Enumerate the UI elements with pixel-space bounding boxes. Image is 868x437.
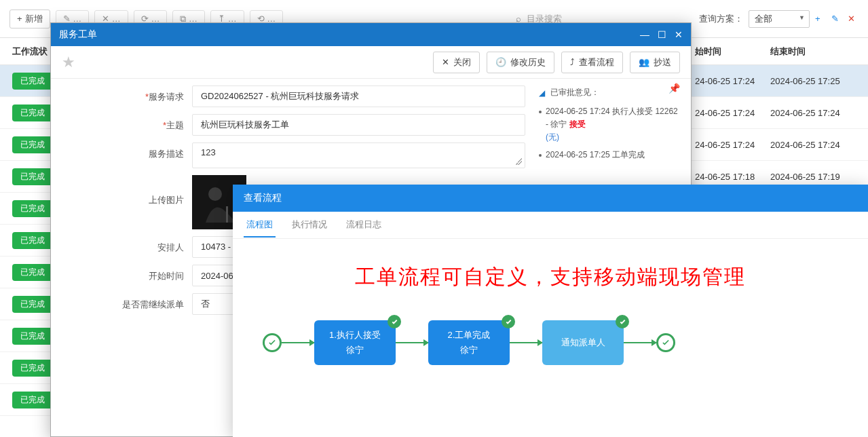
workflow-canvas: 工单流程可自定义，支持移动端现场管理 1.执行人接受 徐宁 2.工单完成 徐宁 … — [233, 239, 868, 437]
query-label: 查询方案： — [699, 13, 743, 25]
flow-node-3[interactable]: 通知派单人 — [542, 320, 624, 365]
svg-rect-2 — [226, 206, 228, 223]
flow-start-node[interactable] — [263, 333, 282, 352]
tab-exec[interactable]: 执行情况 — [289, 213, 330, 238]
cc-button[interactable]: 👥抄送 — [630, 52, 680, 73]
add-label: 新增 — [25, 13, 43, 25]
col-end: 结束时间 — [770, 45, 806, 58]
workflow-titlebar[interactable]: 查看流程 — [233, 185, 868, 212]
x-icon: ✕ — [442, 57, 449, 67]
audit-entry: 2024-06-25 17:25 工单完成 — [539, 149, 683, 162]
share-icon: ⤴ — [570, 57, 575, 67]
flow-arrow — [510, 342, 542, 343]
status-badge: 已完成 — [12, 168, 53, 185]
banner-text: 工单流程可自定义，支持移动端现场管理 — [355, 263, 746, 291]
flow-node-2[interactable]: 2.工单完成 徐宁 — [428, 320, 510, 365]
close-button[interactable]: ✕关闭 — [433, 52, 480, 73]
close-icon[interactable]: ✕ — [675, 29, 683, 40]
none-text: (无) — [546, 132, 559, 142]
flow-arrow — [624, 342, 656, 343]
check-icon — [502, 315, 515, 328]
status-badge: 已完成 — [12, 392, 53, 408]
clock-icon: 🕘 — [495, 57, 506, 67]
check-icon — [616, 315, 629, 328]
view-flow-button[interactable]: ⤴查看流程 — [561, 52, 623, 73]
label-start: 开始时间 — [149, 271, 184, 281]
cell-end: 2024-06-25 17:24 — [770, 140, 840, 150]
favorite-star-icon[interactable]: ★ — [62, 54, 75, 71]
label-continue: 是否需继续派单 — [122, 299, 184, 309]
label-arranger: 安排人 — [157, 242, 184, 252]
col-start: 始时间 — [695, 45, 721, 58]
status-badge: 已完成 — [12, 200, 53, 217]
status-badge: 已完成 — [12, 104, 53, 121]
workflow-title: 查看流程 — [244, 192, 282, 204]
cell-start: 24-06-25 17:18 — [695, 172, 755, 182]
status-badge: 已完成 — [12, 328, 53, 345]
add-scheme-icon[interactable]: + — [815, 14, 826, 24]
plus-icon: + — [17, 14, 22, 24]
field-desc[interactable]: 123 — [192, 142, 525, 168]
label-subject: 主题 — [166, 120, 184, 130]
bullet-icon — [539, 111, 542, 113]
status-badge: 已完成 — [12, 296, 53, 313]
accept-text: 接受 — [569, 119, 586, 129]
field-request[interactable]: GD2024062527 - 杭州巨玩科技服务请求 — [192, 86, 525, 107]
cell-end: 2024-06-25 17:25 — [770, 76, 840, 86]
edit-scheme-icon[interactable]: ✎ — [831, 14, 842, 24]
workflow-viewer-dialog: 查看流程 流程图 执行情况 流程日志 工单流程可自定义，支持移动端现场管理 1.… — [233, 185, 868, 437]
audit-title: 已审批意见： — [550, 87, 599, 98]
status-badge: 已完成 — [12, 360, 53, 377]
col-status: 工作流状 — [12, 45, 48, 58]
dialog-toolbar: ★ ✕关闭 🕘修改历史 ⤴查看流程 👥抄送 — [51, 46, 691, 79]
flow-diagram: 1.执行人接受 徐宁 2.工单完成 徐宁 通知派单人 — [263, 320, 675, 365]
label-upload: 上传图片 — [149, 195, 184, 205]
cell-start: 24-06-25 17:24 — [695, 140, 755, 150]
dialog-titlebar[interactable]: 服务工单 — ☐ ✕ — [51, 23, 691, 46]
workflow-tabs: 流程图 执行情况 流程日志 — [233, 212, 868, 239]
bullet-icon — [539, 154, 542, 157]
status-badge: 已完成 — [12, 232, 53, 249]
cell-end: 2024-06-25 17:19 — [770, 172, 840, 182]
tab-diagram[interactable]: 流程图 — [244, 213, 276, 238]
cell-start: 24-06-25 17:24 — [695, 108, 755, 118]
field-subject[interactable]: 杭州巨玩科技服务工单 — [192, 114, 525, 136]
status-badge: 已完成 — [12, 264, 53, 281]
flow-end-node[interactable] — [656, 333, 675, 352]
label-desc: 服务描述 — [149, 149, 184, 159]
add-button[interactable]: + 新增 — [10, 10, 50, 28]
label-request: 服务请求 — [149, 92, 184, 102]
flow-node-1[interactable]: 1.执行人接受 徐宁 — [314, 320, 396, 365]
status-badge: 已完成 — [12, 136, 53, 153]
caret-icon[interactable]: ◢ — [539, 88, 545, 98]
maximize-icon[interactable]: ☐ — [658, 29, 666, 40]
check-icon — [388, 315, 401, 328]
flow-arrow — [282, 342, 314, 343]
cell-end: 2024-06-25 17:24 — [770, 108, 840, 118]
delete-scheme-icon[interactable]: ✕ — [848, 14, 858, 24]
people-icon: 👥 — [639, 57, 649, 67]
audit-entry: 2024-06-25 17:24 执行人接受 12262 - 徐宁 接受 (无) — [539, 105, 683, 145]
history-button[interactable]: 🕘修改历史 — [487, 52, 554, 73]
query-select[interactable]: 全部 — [749, 10, 810, 28]
dialog-title: 服务工单 — [59, 28, 97, 41]
pin-icon[interactable]: 📌 — [668, 83, 680, 94]
flow-arrow — [396, 342, 428, 343]
svg-point-1 — [208, 187, 222, 201]
cell-start: 24-06-25 17:24 — [695, 76, 755, 86]
minimize-icon[interactable]: — — [640, 29, 649, 40]
status-badge: 已完成 — [12, 73, 53, 90]
tab-log[interactable]: 流程日志 — [343, 213, 384, 238]
